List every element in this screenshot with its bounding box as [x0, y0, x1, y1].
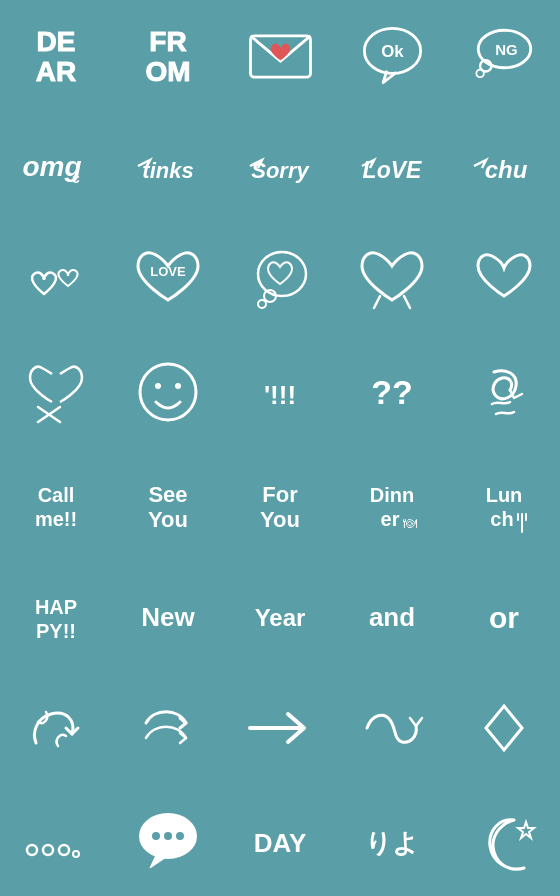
cell-sorry[interactable]: Sorry: [224, 112, 336, 224]
cell-lunch[interactable]: Lun ch: [448, 448, 560, 560]
svg-text:c: c: [72, 170, 80, 186]
cell-arrow-double[interactable]: [112, 672, 224, 784]
cell-dinner[interactable]: Dinn er 🍽: [336, 448, 448, 560]
svg-point-9: [476, 69, 484, 77]
cell-swirl[interactable]: [448, 336, 560, 448]
svg-text:🍽: 🍽: [403, 515, 417, 531]
cell-question[interactable]: ??: [336, 336, 448, 448]
cell-smiley[interactable]: [112, 336, 224, 448]
svg-text:You: You: [148, 507, 188, 532]
svg-text:AR: AR: [36, 56, 76, 87]
svg-text:PY!!: PY!!: [36, 620, 76, 642]
svg-point-55: [152, 832, 160, 840]
cell-day[interactable]: DAY: [224, 784, 336, 896]
cell-from[interactable]: FR OM: [112, 0, 224, 112]
svg-text:or: or: [489, 601, 519, 634]
cell-open-heart[interactable]: [336, 224, 448, 336]
svg-point-52: [59, 845, 69, 855]
cell-arrow-spiral[interactable]: [0, 672, 112, 784]
cell-omg[interactable]: omg c: [0, 112, 112, 224]
svg-text:Ok: Ok: [381, 41, 404, 60]
cell-hiragana[interactable]: りよ: [336, 784, 448, 896]
svg-text:Dinn: Dinn: [370, 484, 414, 506]
cell-love-heart[interactable]: LOVE: [112, 224, 224, 336]
svg-point-57: [176, 832, 184, 840]
svg-point-56: [164, 832, 172, 840]
svg-text:LOVE: LOVE: [150, 264, 186, 279]
svg-point-20: [258, 252, 306, 296]
cell-ng[interactable]: NG: [448, 0, 560, 112]
cell-moon-star[interactable]: [448, 784, 560, 896]
cell-speech-bubble[interactable]: [112, 784, 224, 896]
cell-two-hearts[interactable]: [0, 224, 112, 336]
svg-text:FR: FR: [149, 26, 186, 57]
cell-arrow-right[interactable]: [224, 672, 336, 784]
svg-text:HAP: HAP: [35, 596, 77, 618]
cell-tinks[interactable]: tinks: [112, 112, 224, 224]
svg-text:OM: OM: [145, 56, 190, 87]
svg-text:See: See: [148, 482, 187, 507]
cell-curl[interactable]: [336, 672, 448, 784]
svg-text:'!!!: '!!!: [264, 380, 296, 410]
svg-text:You: You: [260, 507, 300, 532]
svg-marker-49: [486, 706, 522, 750]
svg-text:Call: Call: [38, 484, 75, 506]
cell-chu[interactable]: chu: [448, 112, 560, 224]
cell-thought-heart[interactable]: [224, 224, 336, 336]
cell-dear[interactable]: DE AR: [0, 0, 112, 112]
cell-diamond[interactable]: [448, 672, 560, 784]
svg-text:New: New: [141, 602, 195, 632]
svg-text:NG: NG: [495, 40, 518, 57]
cell-see-you[interactable]: See You: [112, 448, 224, 560]
svg-text:??: ??: [371, 373, 413, 411]
svg-marker-60: [518, 822, 534, 838]
svg-text:and: and: [369, 602, 415, 632]
cell-call-me[interactable]: Call me!!: [0, 448, 112, 560]
cell-or[interactable]: or: [448, 560, 560, 672]
svg-text:chu: chu: [485, 156, 528, 183]
svg-text:Lun: Lun: [486, 484, 523, 506]
cell-exclaim[interactable]: '!!!: [224, 336, 336, 448]
svg-text:er: er: [381, 508, 400, 530]
svg-point-18: [258, 300, 266, 308]
svg-text:DAY: DAY: [254, 828, 307, 858]
cell-love-text[interactable]: LoVE: [336, 112, 448, 224]
cell-heart-x[interactable]: [0, 336, 112, 448]
svg-text:ch: ch: [490, 508, 513, 530]
svg-text:For: For: [262, 482, 298, 507]
cell-for-you[interactable]: For You: [224, 448, 336, 560]
cell-year[interactable]: Year: [224, 560, 336, 672]
svg-text:りよ: りよ: [365, 828, 419, 858]
svg-point-23: [140, 364, 196, 420]
sticker-grid: DE AR FR OM Ok NG: [0, 0, 560, 896]
cell-happy[interactable]: HAP PY!!: [0, 560, 112, 672]
svg-text:DE: DE: [37, 26, 76, 57]
svg-text:Year: Year: [255, 604, 306, 631]
svg-point-24: [155, 383, 161, 389]
cell-envelope[interactable]: [224, 0, 336, 112]
cell-and[interactable]: and: [336, 560, 448, 672]
cell-ok[interactable]: Ok: [336, 0, 448, 112]
svg-point-25: [175, 383, 181, 389]
cell-new[interactable]: New: [112, 560, 224, 672]
svg-point-51: [43, 845, 53, 855]
svg-point-53: [73, 851, 79, 857]
svg-point-50: [27, 845, 37, 855]
svg-text:me!!: me!!: [35, 508, 77, 530]
cell-dots[interactable]: [0, 784, 112, 896]
cell-simple-heart[interactable]: [448, 224, 560, 336]
